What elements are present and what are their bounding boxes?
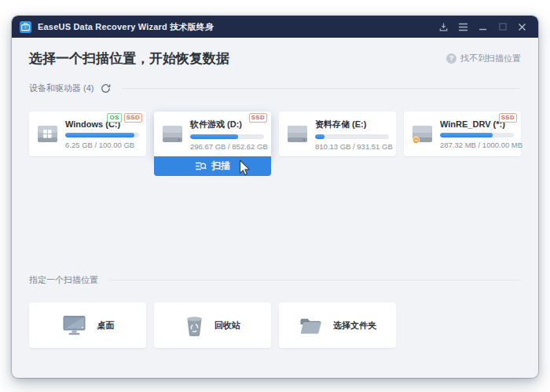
- drive-usage-bar: [315, 134, 389, 139]
- maximize-button[interactable]: [493, 16, 512, 38]
- window-controls: [434, 16, 532, 38]
- drive-card-c[interactable]: OS SSD: [29, 112, 146, 156]
- scan-button-label: 扫描: [211, 159, 230, 173]
- help-link[interactable]: ? 找不到扫描位置: [446, 53, 521, 64]
- drive-usage-fill: [190, 134, 238, 139]
- drive-card-d[interactable]: SSD 软件游戏 (D:): [154, 112, 271, 156]
- shortcut-label: 回收站: [214, 320, 240, 332]
- hard-drive-icon: [286, 124, 309, 148]
- shortcut-card-recycle-bin[interactable]: 回收站: [154, 302, 271, 348]
- app-logo-icon: [20, 21, 31, 33]
- divider: [122, 88, 522, 89]
- drive-size: 287.32 MB / 1000.00 MB: [440, 141, 514, 149]
- close-button[interactable]: [512, 16, 532, 38]
- main-content: 选择一个扫描位置，开始恢复数据 ? 找不到扫描位置 设备和驱动器 (4) OS: [12, 49, 538, 378]
- no-letter-warning-icon: [412, 137, 419, 143]
- shortcut-label: 桌面: [97, 320, 115, 332]
- shortcuts-row: 桌面 回收站: [29, 302, 521, 348]
- menu-icon[interactable]: [453, 16, 473, 38]
- drive-usage-fill: [315, 134, 324, 139]
- refresh-icon[interactable]: [101, 83, 111, 93]
- recycle-bin-icon: [185, 314, 204, 337]
- titlebar: EaseUS Data Recovery Wizard 技术版终身: [12, 16, 538, 38]
- desktop-icon: [61, 314, 87, 336]
- ssd-badge: SSD: [499, 113, 517, 123]
- drives-row: OS SSD: [29, 112, 521, 156]
- shortcut-label: 选择文件夹: [333, 320, 376, 332]
- drive-card-e[interactable]: 资料存储 (E:) 810.13 GB / 931.51 GB: [279, 112, 396, 156]
- os-badge: OS: [107, 113, 121, 123]
- shortcut-card-select-folder[interactable]: 选择文件夹: [279, 302, 396, 348]
- drive-card-winre[interactable]: SSD: [404, 112, 521, 156]
- question-icon: ?: [446, 53, 456, 64]
- drive-usage-bar: [440, 133, 514, 137]
- minimize-button[interactable]: [473, 16, 493, 38]
- drive-usage-fill: [65, 133, 134, 137]
- drive-size: 296.67 GB / 852.62 GB: [190, 142, 264, 151]
- hard-drive-icon: [161, 124, 184, 148]
- drive-usage-fill: [440, 133, 493, 137]
- scan-icon: [195, 161, 207, 171]
- drive-size: 810.13 GB / 931.51 GB: [315, 142, 389, 151]
- hard-drive-icon: [36, 124, 59, 148]
- help-link-label: 找不到扫描位置: [460, 53, 521, 64]
- drive-size: 6.25 GB / 100.00 GB: [65, 141, 139, 149]
- locations-section-label: 指定一个扫描位置: [29, 274, 98, 286]
- ssd-badge: SSD: [124, 113, 142, 123]
- scan-button[interactable]: 扫描: [154, 156, 271, 176]
- drive-usage-bar: [190, 134, 264, 139]
- devices-section-label: 设备和驱动器 (4): [29, 82, 94, 94]
- folder-icon: [299, 315, 323, 335]
- window-title: EaseUS Data Recovery Wizard 技术版终身: [38, 21, 214, 33]
- ssd-badge: SSD: [249, 113, 267, 123]
- shortcut-card-desktop[interactable]: 桌面: [29, 302, 146, 348]
- divider: [109, 280, 521, 280]
- app-window: EaseUS Data Recovery Wizard 技术版终身: [12, 16, 538, 378]
- hard-drive-icon: [411, 124, 434, 148]
- page-title: 选择一个扫描位置，开始恢复数据: [29, 49, 229, 68]
- update-icon[interactable]: [434, 16, 453, 38]
- drive-name: 资料存储 (E:): [315, 119, 389, 130]
- drive-usage-bar: [65, 133, 139, 137]
